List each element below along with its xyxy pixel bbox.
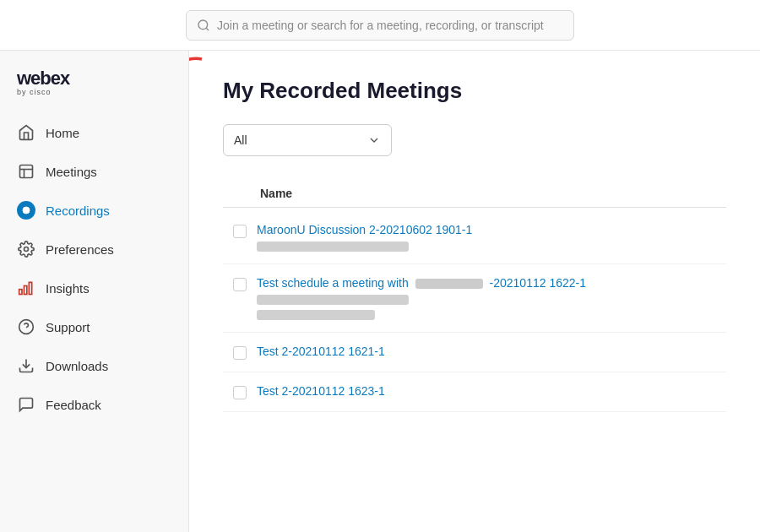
table-row: MaroonU Discussion 2-20210602 1901-1 <box>223 211 726 264</box>
feedback-icon <box>17 395 35 414</box>
recording-info: MaroonU Discussion 2-20210602 1901-1 <box>257 223 472 252</box>
svg-point-5 <box>23 207 30 214</box>
row-checkbox[interactable] <box>233 346 247 360</box>
sidebar-label-downloads: Downloads <box>46 359 108 373</box>
recording-name[interactable]: Test schedule a meeting with -20210112 1… <box>257 276 586 290</box>
row-checkbox[interactable] <box>233 225 247 238</box>
sidebar-item-preferences[interactable]: Preferences <box>0 230 188 269</box>
sidebar-label-support: Support <box>46 320 90 334</box>
sidebar-item-home[interactable]: Home <box>0 113 188 152</box>
recording-sub2-blur <box>257 310 375 320</box>
sidebar-item-insights[interactable]: Insights <box>0 269 188 307</box>
svg-rect-2 <box>20 166 33 178</box>
logo-sub: by cisco <box>17 88 171 96</box>
table-row: Test 2-20210112 1623-1 <box>223 372 726 412</box>
support-icon <box>17 318 35 336</box>
recording-sub-blur <box>257 242 409 252</box>
sidebar-label-home: Home <box>46 126 79 140</box>
recording-name[interactable]: MaroonU Discussion 2-20210602 1901-1 <box>257 223 472 236</box>
main-content: My Recorded Meetings All Name MaroonU Di… <box>189 51 760 532</box>
sidebar-item-feedback[interactable]: Feedback <box>0 385 188 424</box>
column-name-label: Name <box>260 187 292 200</box>
recording-name[interactable]: Test 2-20210112 1623-1 <box>257 384 385 398</box>
logo-name: webex <box>17 68 171 90</box>
search-placeholder: Join a meeting or search for a meeting, … <box>217 19 544 32</box>
meetings-icon <box>17 162 35 181</box>
search-bar[interactable]: Join a meeting or search for a meeting, … <box>186 10 574 41</box>
chevron-down-icon <box>367 133 381 147</box>
search-icon <box>197 19 210 32</box>
recording-info: Test 2-20210112 1623-1 <box>257 384 385 398</box>
filter-dropdown[interactable]: All <box>223 124 392 156</box>
svg-point-6 <box>24 247 29 252</box>
sidebar-label-meetings: Meetings <box>46 165 97 179</box>
sidebar-label-recordings: Recordings <box>46 204 110 218</box>
row-checkbox[interactable] <box>233 278 247 291</box>
home-icon <box>17 123 35 142</box>
svg-point-0 <box>198 20 208 30</box>
downloads-icon <box>17 356 35 375</box>
sidebar: webex by cisco Home Meetings <box>0 51 189 532</box>
sidebar-label-insights: Insights <box>46 281 90 296</box>
svg-rect-7 <box>19 290 22 295</box>
page-title: My Recorded Meetings <box>223 78 726 104</box>
table-row: Test schedule a meeting with -20210112 1… <box>223 264 726 333</box>
sidebar-item-recordings[interactable]: Recordings <box>0 191 188 230</box>
row-checkbox[interactable] <box>233 386 247 399</box>
main-layout: webex by cisco Home Meetings <box>0 51 760 532</box>
preferences-icon <box>17 240 35 258</box>
recording-info: Test schedule a meeting with -20210112 1… <box>257 276 586 320</box>
table-header: Name <box>223 180 726 208</box>
logo-area: webex by cisco <box>0 64 188 113</box>
recording-name[interactable]: Test 2-20210112 1621-1 <box>257 345 385 358</box>
filter-selected: All <box>234 133 247 147</box>
sidebar-label-feedback: Feedback <box>46 398 101 412</box>
sidebar-item-downloads[interactable]: Downloads <box>0 346 188 385</box>
recordings-icon <box>17 201 35 220</box>
table-row: Test 2-20210112 1621-1 <box>223 333 726 372</box>
svg-rect-9 <box>29 282 31 294</box>
recording-info: Test 2-20210112 1621-1 <box>257 345 385 358</box>
sidebar-item-meetings[interactable]: Meetings <box>0 152 188 191</box>
svg-rect-8 <box>24 286 27 295</box>
top-bar: Join a meeting or search for a meeting, … <box>0 0 760 51</box>
sidebar-item-support[interactable]: Support <box>0 307 188 346</box>
sidebar-label-preferences: Preferences <box>46 242 114 257</box>
svg-line-1 <box>206 28 209 30</box>
recording-sub-blur <box>257 295 409 305</box>
arrow-annotation <box>189 51 206 122</box>
insights-icon <box>17 279 35 297</box>
